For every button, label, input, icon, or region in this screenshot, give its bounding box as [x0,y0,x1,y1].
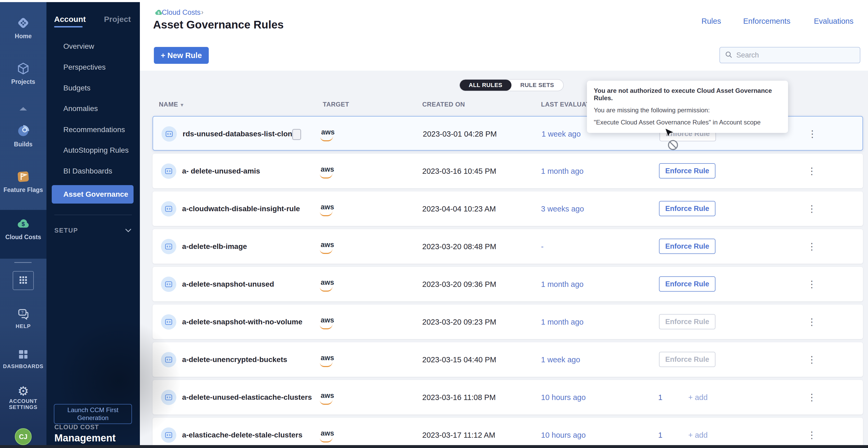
aws-target-icon: aws [321,165,334,173]
rule-name[interactable]: a-elasticache-delete-stale-clusters [182,431,303,439]
nav-item-label: Asset Governance [63,190,128,199]
enforcement-count[interactable]: 1 [658,393,662,402]
rule-name[interactable]: a-delete-unused-elasticache-clusters [182,393,312,402]
tab-project[interactable]: Project [104,15,131,24]
tab-enforcements[interactable]: Enforcements [743,17,790,26]
rail-item-home[interactable]: Home [0,16,46,40]
panel-divider [54,215,132,215]
breadcrumb[interactable]: Cloud Costs [162,8,200,16]
rule-name[interactable]: a-cloudwatch-disable-insight-rule [182,205,300,213]
rail-item-cloud-costs[interactable]: $ Cloud Costs [0,216,46,241]
nav-item-bi-dashboards[interactable]: BI Dashboards [63,167,112,175]
table-row[interactable]: a-delete-snapshot-with-no-volume aws 202… [153,305,863,339]
aws-target-icon: aws [321,241,334,249]
kebab-menu-icon[interactable]: ⋮ [807,239,817,254]
table-row[interactable]: a-delete-snapshot-unused aws 2023-03-20 … [153,267,863,301]
rail-item-account-settings[interactable]: ⚙ ACCOUNT SETTINGS [0,385,46,410]
feature-flags-icon [16,180,30,184]
search-input[interactable] [736,51,860,59]
last-evaluation-link[interactable]: 10 hours ago [541,393,586,402]
svg-text:?: ? [21,310,24,315]
add-enforcement-link[interactable]: + add [688,431,708,440]
created-on-value: 2023-03-17 11:12 AM [422,431,495,440]
kebab-menu-icon[interactable]: ⋮ [807,277,817,291]
toggle-rule-sets[interactable]: RULE SETS [512,80,563,91]
home-icon [16,26,30,31]
new-rule-button[interactable]: + New Rule [154,47,209,64]
rule-name[interactable]: a-delete-snapshot-with-no-volume [182,318,303,326]
toggle-all-rules[interactable]: ALL RULES [460,80,512,91]
nav-item-overview[interactable]: Overview [63,42,94,50]
enforce-rule-button[interactable]: Enforce Rule [659,239,715,254]
copy-icon[interactable] [292,129,301,140]
nav-item-perspectives[interactable]: Perspectives [63,63,105,71]
rail-item-feature-flags[interactable]: Feature Flags [0,170,46,194]
last-evaluation-link[interactable]: 1 month ago [541,318,584,326]
table-row[interactable]: a- delete-unused-amis aws 2023-03-16 10:… [153,154,863,188]
nav-item-autostopping-rules[interactable]: AutoStopping Rules [63,146,129,154]
aws-target-icon: aws [321,128,335,136]
last-evaluation-link[interactable]: 1 month ago [541,280,584,289]
kebab-menu-icon[interactable]: ⋮ [807,315,817,329]
rail-label: Cloud Costs [0,234,46,241]
enforce-rule-button[interactable]: Enforce Rule [659,201,715,216]
nav-item-budgets[interactable]: Budgets [63,84,91,92]
kebab-menu-icon[interactable]: ⋮ [807,390,817,405]
screen-bottom-edge [0,445,868,448]
last-evaluation-value: - [541,242,544,251]
launch-ccm-first-gen-button[interactable]: Launch CCM First Generation [54,404,132,424]
add-enforcement-link[interactable]: + add [688,393,708,402]
kebab-menu-icon[interactable]: ⋮ [807,352,817,367]
rule-name[interactable]: a-delete-snapshot-unused [182,280,274,288]
last-evaluation-link[interactable]: 10 hours ago [541,431,586,440]
last-evaluation-link[interactable]: 3 weeks ago [541,205,584,213]
table-row[interactable]: a-cloudwatch-disable-insight-rule aws 20… [153,192,863,226]
chevron-down-icon[interactable] [125,228,132,234]
setup-section-toggle[interactable]: SETUP [54,227,78,234]
last-evaluation-link[interactable]: 1 week ago [541,130,581,138]
nav-item-asset-governance[interactable]: Asset Governance [52,185,133,204]
kebab-menu-icon[interactable]: ⋮ [807,428,817,443]
kebab-menu-icon[interactable]: ⋮ [807,202,817,216]
rule-name[interactable]: a-delete-elb-image [182,242,247,251]
kebab-menu-icon[interactable]: ⋮ [807,164,817,178]
tab-account[interactable]: Account [54,15,86,24]
enforce-rule-button[interactable]: Enforce Rule [659,276,715,291]
nav-item-recommendations[interactable]: Recommendations [63,126,125,134]
rail-divider [14,262,32,263]
collapse-rail-icon[interactable] [20,107,27,110]
enforce-rule-button[interactable]: Enforce Rule [659,352,715,367]
rail-item-builds[interactable]: Builds [0,124,46,148]
rule-name[interactable]: a-delete-unencrypted-buckets [182,355,287,364]
enforcement-count[interactable]: 1 [658,431,662,440]
search-box[interactable] [719,47,860,63]
enforce-rule-button[interactable]: Enforce Rule [659,163,715,178]
table-row[interactable]: a-delete-unencrypted-buckets aws 2023-03… [153,342,863,377]
rule-icon [161,277,176,292]
rail-item-dashboards[interactable]: DASHBOARDS [0,348,46,370]
col-header-name[interactable]: NAME▾ [159,101,183,108]
kebab-menu-icon[interactable]: ⋮ [807,127,817,141]
last-evaluation-link[interactable]: 1 month ago [541,167,584,176]
rail-item-projects[interactable]: Projects [0,62,46,85]
last-evaluation-link[interactable]: 1 week ago [541,355,580,364]
tab-evaluations[interactable]: Evaluations [814,17,854,26]
rule-name[interactable]: a- delete-unused-amis [182,167,260,175]
nav-item-anomalies[interactable]: Anomalies [63,104,98,113]
aws-target-icon: aws [321,354,334,362]
user-avatar[interactable]: CJ [15,428,32,445]
created-on-value: 2023-03-01 04:28 PM [423,130,497,138]
tooltip-line-1: You are not authorized to execute Cloud … [594,87,781,102]
table-row[interactable]: a-delete-elb-image aws 2023-03-20 08:48 … [153,229,863,264]
rule-name[interactable]: rds-unused-databases-list-clone [183,130,297,138]
avatar-initials: CJ [19,433,27,441]
panel-footer-kicker: CLOUD COST [54,423,99,431]
created-on-value: 2023-03-20 09:23 PM [422,318,496,326]
rule-icon [161,314,176,330]
table-row[interactable]: a-elasticache-delete-stale-clusters aws … [153,418,863,448]
tab-rules[interactable]: Rules [702,17,721,26]
rail-item-help[interactable]: ? HELP [0,307,46,329]
table-row[interactable]: a-delete-unused-elasticache-clusters aws… [153,380,863,415]
enforce-rule-button[interactable]: Enforce Rule [659,314,715,329]
module-switcher-button[interactable] [13,271,34,290]
